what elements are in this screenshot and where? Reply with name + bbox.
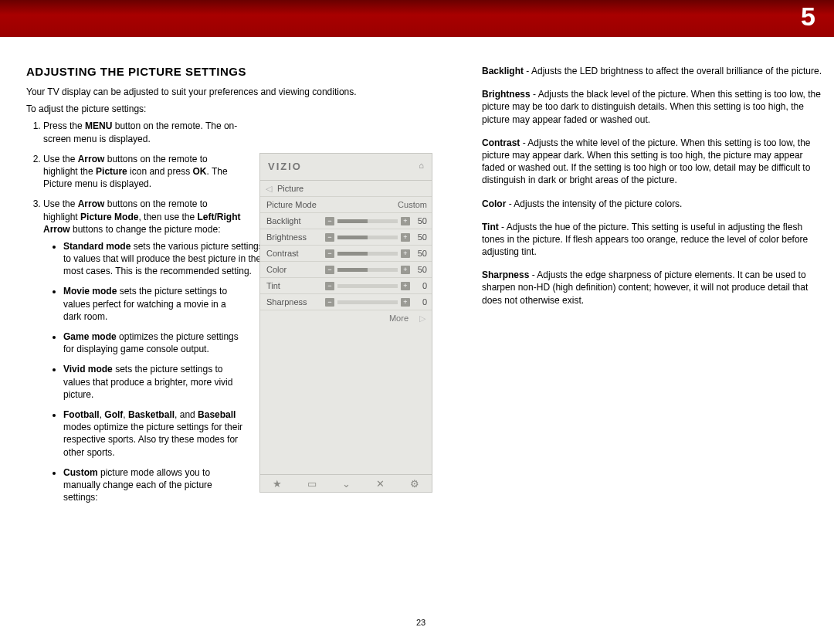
plus-icon[interactable]: +	[401, 217, 410, 225]
osd-breadcrumb[interactable]: ◁ Picture	[260, 181, 432, 197]
minus-icon[interactable]: −	[325, 298, 334, 307]
osd-row-contrast[interactable]: Contrast −+50	[260, 246, 432, 262]
def-tint: Tint - Adjusts the hue of the picture. T…	[482, 221, 822, 259]
lead-text: To adjust the picture settings:	[26, 103, 455, 115]
plus-icon[interactable]: +	[401, 266, 410, 274]
mode-custom: Custom picture mode allows you to manual…	[63, 466, 244, 504]
def-sharpness: Sharpness - Adjusts the edge sharpness o…	[482, 269, 822, 307]
def-backlight: Backlight - Adjusts the LED brightness t…	[482, 65, 822, 77]
chevron-right-icon: ▷	[419, 314, 425, 324]
osd-row-color[interactable]: Color −+50	[260, 262, 432, 278]
close-icon[interactable]: ✕	[376, 478, 385, 490]
plus-icon[interactable]: +	[401, 298, 410, 307]
home-icon[interactable]: ⌂	[419, 161, 424, 170]
minus-icon[interactable]: −	[325, 266, 334, 274]
osd-brand: VIZIO	[268, 161, 302, 172]
mode-movie: Movie mode sets the picture settings to …	[63, 285, 244, 323]
plus-icon[interactable]: +	[401, 233, 410, 242]
osd-panel: VIZIO ⌂ ◁ Picture Picture Mode Custom Ba…	[259, 153, 432, 493]
screen-icon[interactable]: ▭	[307, 478, 317, 490]
osd-row-brightness[interactable]: Brightness −+50	[260, 229, 432, 246]
minus-icon[interactable]: −	[325, 233, 334, 242]
osd-row-tint[interactable]: Tint −+0	[260, 278, 432, 294]
intro-text: Your TV display can be adjusted to suit …	[26, 86, 455, 98]
minus-icon[interactable]: −	[325, 217, 334, 225]
back-icon[interactable]: ◁	[260, 184, 277, 194]
definitions-column: Backlight - Adjusts the LED brightness t…	[482, 65, 822, 317]
step-2: Use the Arrow buttons on the remote to h…	[43, 153, 244, 191]
osd-more-row[interactable]: More▷	[260, 310, 432, 326]
def-color: Color - Adjusts the intensity of the pic…	[482, 198, 822, 210]
def-contrast: Contrast - Adjusts the white level of th…	[482, 137, 822, 187]
step-1: Press the MENU button on the remote. The…	[43, 120, 244, 144]
chevrons-down-icon[interactable]: ⌄	[342, 478, 351, 490]
section-number: 5	[801, 2, 815, 32]
plus-icon[interactable]: +	[401, 249, 410, 258]
osd-row-backlight[interactable]: Backlight −+50	[260, 213, 432, 229]
star-icon[interactable]: ★	[273, 478, 282, 490]
page-number: 23	[26, 618, 815, 627]
osd-crumb-label: Picture	[277, 184, 303, 193]
mode-game: Game mode optimizes the picture settings…	[63, 330, 244, 355]
def-brightness: Brightness - Adjusts the black level of …	[482, 88, 822, 126]
gear-icon[interactable]: ⚙	[410, 478, 419, 490]
osd-row-sharpness[interactable]: Sharpness −+0	[260, 294, 432, 310]
top-banner: 5	[0, 0, 834, 37]
step-3: Use the Arrow buttons on the remote to h…	[43, 198, 244, 503]
section-heading: ADJUSTING THE PICTURE SETTINGS	[26, 65, 455, 78]
osd-row-picture-mode[interactable]: Picture Mode Custom	[260, 197, 432, 213]
plus-icon[interactable]: +	[401, 282, 410, 290]
mode-sports: Football, Golf, Basketball, and Baseball…	[63, 408, 244, 459]
mode-vivid: Vivid mode sets the picture settings to …	[63, 363, 244, 401]
minus-icon[interactable]: −	[325, 249, 334, 258]
minus-icon[interactable]: −	[325, 282, 334, 290]
mode-standard: Standard mode sets the various picture s…	[63, 240, 264, 278]
